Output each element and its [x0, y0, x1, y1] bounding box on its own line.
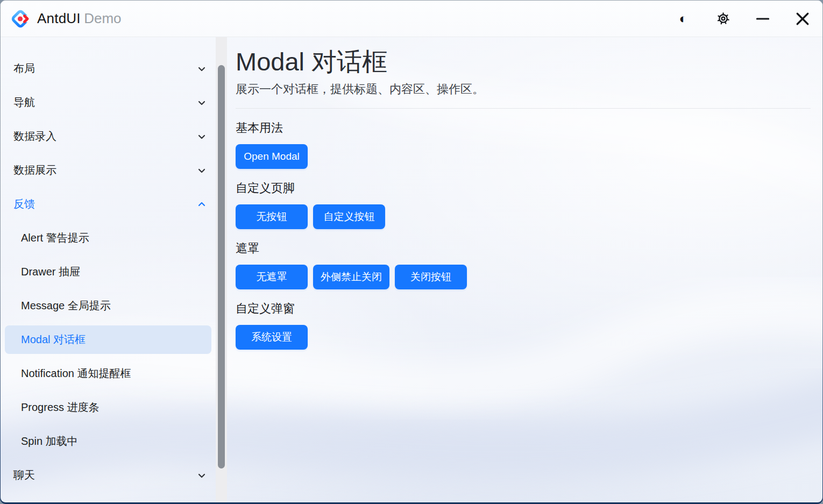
chevron-down-icon — [196, 97, 207, 108]
button-row: 系统设置 — [236, 325, 811, 350]
close-icon — [796, 12, 810, 26]
sidebar: 布局 导航 数据录入 数据展示 反馈 Alert 警告提示 — [1, 37, 216, 502]
sidebar-scrollbar-track[interactable] — [216, 37, 227, 502]
main-content: Modal 对话框 展示一个对话框，提供标题、内容区、操作区。 基本用法 Ope… — [227, 37, 822, 502]
section-heading-custom-dialog: 自定义弹窗 — [236, 301, 811, 317]
button-row: 无按钮 自定义按钮 — [236, 204, 811, 229]
section-heading-mask: 遮罩 — [236, 240, 811, 257]
btn-close-button-demo[interactable]: 关闭按钮 — [395, 265, 467, 289]
chevron-down-icon — [196, 63, 207, 74]
sidebar-item-label: Alert 警告提示 — [21, 231, 89, 245]
sidebar-scrollbar-thumb[interactable] — [218, 65, 225, 468]
titlebar: AntdUI Demo ◐ — [1, 1, 822, 37]
sidebar-item-label: 聊天 — [13, 468, 35, 482]
sidebar-item-label: 数据展示 — [13, 163, 56, 178]
section-heading-custom-footer: 自定义页脚 — [236, 180, 811, 196]
sidebar-item-label: Progress 进度条 — [21, 400, 100, 415]
settings-button[interactable] — [714, 10, 732, 28]
btn-custom-footer-buttons[interactable]: 自定义按钮 — [313, 204, 385, 229]
app-window: AntdUI Demo ◐ — [1, 1, 822, 502]
page-description: 展示一个对话框，提供标题、内容区、操作区。 — [236, 81, 811, 97]
sidebar-item-feedback[interactable]: 反馈 — [1, 187, 216, 221]
gear-icon — [716, 11, 730, 26]
sidebar-item-notification[interactable]: Notification 通知提醒框 — [1, 357, 216, 391]
chevron-up-icon — [196, 199, 207, 210]
sidebar-item-layout[interactable]: 布局 — [1, 52, 216, 86]
close-button[interactable] — [794, 10, 811, 28]
sidebar-item-data-display[interactable]: 数据展示 — [1, 153, 216, 187]
app-title: AntdUI Demo — [37, 10, 122, 27]
sidebar-item-message[interactable]: Message 全局提示 — [1, 289, 216, 323]
antdui-logo-icon — [10, 9, 31, 29]
app-window-frame: AntdUI Demo ◐ — [0, 0, 823, 504]
sidebar-item-label: 布局 — [13, 61, 35, 76]
sidebar-item-navigation[interactable]: 导航 — [1, 86, 216, 119]
sidebar-item-label: Notification 通知提醒框 — [21, 366, 131, 381]
btn-system-settings[interactable]: 系统设置 — [236, 325, 308, 350]
button-row: Open Modal — [236, 144, 811, 169]
chevron-down-icon — [196, 470, 207, 481]
page-title: Modal 对话框 — [236, 47, 811, 76]
app-title-suffix: Demo — [84, 10, 121, 26]
btn-open-modal[interactable]: Open Modal — [236, 144, 308, 169]
minimize-button[interactable] — [754, 10, 771, 28]
sidebar-item-label: Modal 对话框 — [21, 332, 86, 347]
btn-outside-no-close[interactable]: 外侧禁止关闭 — [313, 265, 389, 289]
sidebar-item-chat[interactable]: 聊天 — [1, 458, 216, 492]
sidebar-item-label: Message 全局提示 — [21, 299, 111, 313]
sidebar-item-label: 数据录入 — [13, 129, 56, 144]
button-row: 无遮罩 外侧禁止关闭 关闭按钮 — [236, 265, 811, 289]
sidebar-item-alert[interactable]: Alert 警告提示 — [1, 221, 216, 255]
app-title-brand: AntdUI — [37, 10, 81, 26]
sidebar-item-drawer[interactable]: Drawer 抽屉 — [1, 255, 216, 289]
sidebar-item-label: Drawer 抽屉 — [21, 265, 80, 279]
contrast-icon: ◐ — [679, 12, 687, 25]
sidebar-item-data-entry[interactable]: 数据录入 — [1, 119, 216, 153]
section-heading-basic-usage: 基本用法 — [236, 120, 811, 136]
sidebar-item-spin[interactable]: Spin 加载中 — [1, 424, 216, 458]
window-controls: ◐ — [675, 10, 811, 28]
sidebar-item-modal[interactable]: Modal 对话框 — [1, 323, 216, 357]
app-brand: AntdUI Demo — [10, 9, 122, 29]
divider — [236, 108, 811, 109]
btn-no-mask[interactable]: 无遮罩 — [236, 265, 308, 289]
sidebar-item-label: Spin 加载中 — [21, 434, 78, 449]
minimize-icon — [756, 12, 769, 25]
chevron-down-icon — [196, 131, 207, 142]
chevron-down-icon — [196, 165, 207, 176]
theme-toggle-button[interactable]: ◐ — [675, 10, 692, 28]
sidebar-item-label: 导航 — [13, 95, 35, 110]
sidebar-item-label: 反馈 — [13, 197, 35, 211]
sidebar-item-progress[interactable]: Progress 进度条 — [1, 391, 216, 424]
btn-no-footer-buttons[interactable]: 无按钮 — [236, 204, 308, 229]
